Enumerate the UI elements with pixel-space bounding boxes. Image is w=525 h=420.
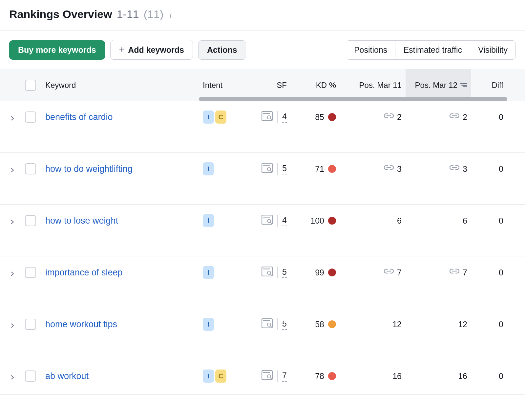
segment-positions[interactable]: Positions xyxy=(346,41,395,59)
keyword-link[interactable]: how to do weightlifting xyxy=(45,164,133,174)
link-icon[interactable] xyxy=(450,164,459,173)
svg-line-6 xyxy=(270,119,272,120)
svg-line-26 xyxy=(270,378,272,379)
position-value: 2 xyxy=(463,112,467,122)
sf-count[interactable]: 7 xyxy=(282,371,287,382)
intent-badge-i[interactable]: I xyxy=(203,214,214,227)
svg-line-14 xyxy=(270,222,272,224)
kd-value: 71 xyxy=(315,164,324,174)
sf-divider xyxy=(277,215,278,227)
keyword-link[interactable]: home workout tips xyxy=(45,319,117,330)
diff-value: 0 xyxy=(499,371,503,381)
kd-value: 85 xyxy=(315,112,324,122)
position-value: 16 xyxy=(392,371,402,381)
sf-count[interactable]: 5 xyxy=(282,319,287,330)
diff-value: 0 xyxy=(499,164,503,174)
row-checkbox[interactable] xyxy=(25,370,36,382)
row-checkbox[interactable] xyxy=(25,163,36,174)
sort-icon xyxy=(457,81,467,90)
select-all-checkbox[interactable] xyxy=(25,80,36,91)
col-pos2-label: Pos. Mar 12 xyxy=(415,81,457,90)
link-icon[interactable] xyxy=(384,268,394,277)
col-keyword[interactable]: Keyword xyxy=(41,81,199,90)
serp-features-icon[interactable] xyxy=(262,163,273,175)
row-checkbox[interactable] xyxy=(25,215,36,226)
serp-features-icon[interactable] xyxy=(262,318,273,330)
diff-value: 0 xyxy=(499,268,503,277)
intent-badge-i[interactable]: I xyxy=(203,162,214,175)
kd-difficulty-dot xyxy=(328,217,336,225)
expand-chevron-icon[interactable] xyxy=(10,114,15,120)
row-checkbox[interactable] xyxy=(25,111,36,123)
position-value: 6 xyxy=(463,216,467,226)
intent-badge-i[interactable]: I xyxy=(203,318,214,331)
svg-point-17 xyxy=(267,271,271,274)
position-value: 6 xyxy=(397,216,402,226)
serp-features-icon[interactable] xyxy=(262,370,273,382)
keyword-link[interactable]: importance of sleep xyxy=(45,268,123,278)
segment-visibility[interactable]: Visibility xyxy=(470,41,515,59)
view-segments: Positions Estimated traffic Visibility xyxy=(346,40,516,60)
sf-count[interactable]: 5 xyxy=(282,164,287,174)
table-header: Keyword Intent SF KD % Pos. Mar 11 Pos. … xyxy=(0,69,525,101)
expand-chevron-icon[interactable] xyxy=(10,270,15,275)
intent-badge-c[interactable]: C xyxy=(215,370,226,383)
link-icon[interactable] xyxy=(450,112,459,122)
col-pos2[interactable]: Pos. Mar 12 xyxy=(406,81,471,90)
keyword-link[interactable]: how to lose weight xyxy=(45,216,118,226)
row-checkbox[interactable] xyxy=(25,267,36,278)
keyword-link[interactable]: ab workout xyxy=(45,371,89,381)
link-icon[interactable] xyxy=(384,112,394,122)
svg-point-13 xyxy=(267,219,271,223)
link-icon[interactable] xyxy=(450,268,459,277)
svg-line-18 xyxy=(270,274,272,275)
svg-point-9 xyxy=(267,168,271,171)
row-checkbox[interactable] xyxy=(25,319,36,330)
intent-badge-i[interactable]: I xyxy=(203,370,214,383)
kd-value: 58 xyxy=(315,320,324,329)
keyword-link[interactable]: benefits of cardio xyxy=(45,112,113,122)
col-sf[interactable]: SF xyxy=(245,81,291,90)
position-value: 7 xyxy=(397,268,402,277)
serp-features-icon[interactable] xyxy=(262,267,273,278)
horizontal-scrollbar[interactable] xyxy=(199,97,507,101)
actions-button[interactable]: Actions xyxy=(198,40,246,60)
sf-count[interactable]: 4 xyxy=(282,215,287,226)
expand-chevron-icon[interactable] xyxy=(10,373,15,379)
sf-divider xyxy=(277,370,278,382)
table-row: how to lose weight I 4 100 6 6 0 xyxy=(0,205,525,256)
col-intent[interactable]: Intent xyxy=(199,81,245,90)
segment-traffic[interactable]: Estimated traffic xyxy=(395,41,470,59)
sf-divider xyxy=(277,318,278,330)
buy-keywords-button[interactable]: Buy more keywords xyxy=(9,40,105,60)
plus-icon: + xyxy=(119,45,125,55)
serp-features-icon[interactable] xyxy=(262,111,273,123)
sf-count[interactable]: 5 xyxy=(282,267,287,278)
kd-difficulty-dot xyxy=(328,269,336,276)
expand-chevron-icon[interactable] xyxy=(10,321,15,327)
col-diff[interactable]: Diff xyxy=(471,81,507,90)
info-icon[interactable]: i xyxy=(169,10,172,20)
expand-chevron-icon[interactable] xyxy=(10,218,15,224)
intent-badge-c[interactable]: C xyxy=(215,110,226,124)
serp-features-icon[interactable] xyxy=(262,215,273,227)
position-value: 12 xyxy=(458,320,467,329)
page-title: Rankings Overview xyxy=(9,8,112,21)
expand-chevron-icon[interactable] xyxy=(10,166,15,172)
position-value: 3 xyxy=(397,164,402,174)
position-value: 2 xyxy=(397,112,402,122)
diff-value: 0 xyxy=(499,320,503,329)
svg-rect-4 xyxy=(263,113,270,114)
sf-count[interactable]: 4 xyxy=(282,112,287,123)
kd-difficulty-dot xyxy=(328,113,336,121)
svg-point-5 xyxy=(267,116,271,119)
table-row: home workout tips I 5 58 12 12 0 xyxy=(0,308,525,360)
position-value: 12 xyxy=(392,320,402,329)
add-keywords-button[interactable]: + Add keywords xyxy=(110,40,193,60)
intent-badge-i[interactable]: I xyxy=(203,110,214,124)
intent-badge-i[interactable]: I xyxy=(203,266,214,279)
col-pos1[interactable]: Pos. Mar 11 xyxy=(340,81,406,90)
col-kd[interactable]: KD % xyxy=(291,81,340,90)
rankings-table: Keyword Intent SF KD % Pos. Mar 11 Pos. … xyxy=(0,69,525,395)
link-icon[interactable] xyxy=(384,164,394,173)
